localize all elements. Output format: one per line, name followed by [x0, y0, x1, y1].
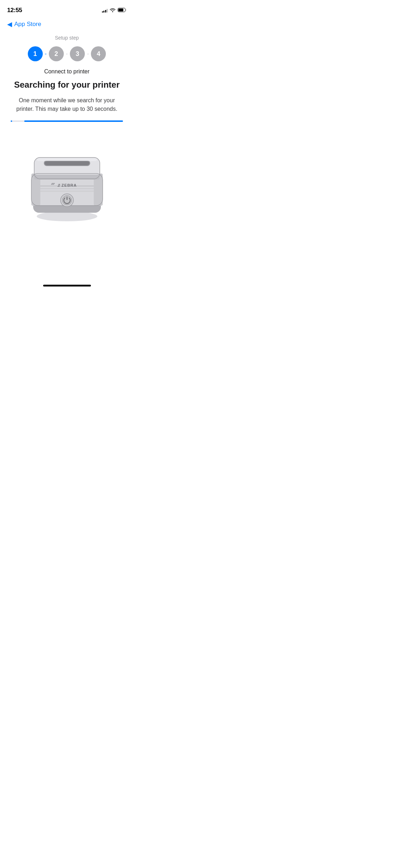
step-2-circle: 2 — [49, 46, 64, 61]
home-indicator — [43, 285, 91, 286]
step-3-number: 3 — [76, 50, 79, 58]
search-description: One moment while we search for your prin… — [11, 96, 123, 113]
signal-icon — [102, 8, 108, 12]
step-2-number: 2 — [55, 50, 58, 58]
svg-rect-1 — [118, 9, 123, 11]
svg-rect-13 — [45, 161, 89, 165]
step-dash-2: - — [66, 51, 68, 57]
svg-text:𝓩 ZEBRA: 𝓩 ZEBRA — [57, 183, 77, 187]
battery-icon — [118, 7, 127, 14]
step-4-number: 4 — [97, 50, 100, 58]
wifi-icon — [110, 7, 115, 14]
svg-rect-7 — [31, 191, 103, 192]
back-button[interactable]: ◀ App Store — [7, 20, 41, 28]
nav-bar: ◀ App Store — [0, 16, 134, 31]
main-content: Setup step 1 - 2 - 3 - 4 Connect to prin… — [0, 31, 134, 225]
svg-point-2 — [37, 211, 97, 221]
progress-bar-start — [11, 120, 12, 122]
back-label: App Store — [14, 21, 41, 28]
progress-bar — [11, 120, 123, 122]
svg-rect-6 — [31, 188, 103, 189]
step-4-circle: 4 — [91, 46, 106, 61]
svg-rect-14 — [37, 158, 97, 161]
setup-step-label: Setup step — [55, 35, 79, 41]
connect-label: Connect to printer — [44, 68, 89, 75]
step-dash-3: - — [87, 51, 89, 57]
zebra-printer-svg: 𝓩 ZEBRA — [21, 140, 113, 225]
printer-illustration: 𝓩 ZEBRA — [21, 140, 113, 225]
back-chevron-icon: ◀ — [7, 20, 12, 28]
progress-bar-fill — [24, 120, 123, 122]
step-indicator: 1 - 2 - 3 - 4 — [28, 46, 106, 61]
step-1-circle: 1 — [28, 46, 43, 61]
searching-title: Searching for your printer — [14, 80, 119, 90]
step-3-circle: 3 — [70, 46, 85, 61]
status-bar: 12:55 — [0, 0, 134, 16]
step-dash-1: - — [45, 51, 47, 57]
status-time: 12:55 — [7, 7, 22, 14]
step-1-number: 1 — [33, 50, 37, 58]
status-icons — [102, 7, 127, 14]
